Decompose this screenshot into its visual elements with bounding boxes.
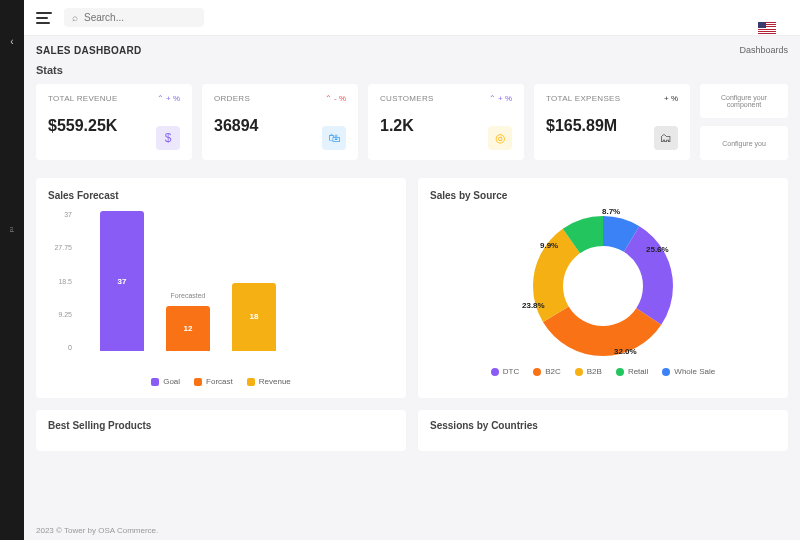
- bar: 12: [166, 306, 210, 351]
- top-bar: ⌕: [24, 0, 800, 36]
- sidebar-rail: ‹ rd: [0, 0, 24, 540]
- donut-chart: 8.7%25.6%32.0%23.8%9.9% DTCB2CB2BRetailW…: [430, 211, 776, 376]
- donut-slice-label: 25.6%: [646, 245, 669, 254]
- search-input[interactable]: [84, 12, 196, 23]
- stat-trend: ⌃ - %: [325, 94, 346, 103]
- sidebar-hint: rd: [9, 227, 15, 232]
- card-title: Sessions by Countries: [430, 420, 776, 431]
- menu-icon[interactable]: [36, 12, 52, 24]
- legend-item-forecast: Forcast: [194, 377, 233, 386]
- bar-chart: 37 27.75 18.5 9.25 0 37Forecasted1218: [74, 211, 384, 371]
- forecast-annotation: Forecasted: [170, 292, 205, 299]
- donut-slice-label: 32.0%: [614, 347, 637, 356]
- wallet-icon: 🗂: [654, 126, 678, 150]
- search-box[interactable]: ⌕: [64, 8, 204, 27]
- source-legend: DTCB2CB2BRetailWhole Sale: [491, 367, 716, 376]
- config-column: Configure your component Configure you: [700, 84, 788, 160]
- flag-icon[interactable]: [758, 22, 776, 34]
- bar: 18: [232, 283, 276, 351]
- stats-header: Stats: [36, 64, 788, 76]
- stats-row: TOTAL REVENUE ⌃ + % $559.25K $ ORDERS ⌃ …: [36, 84, 788, 160]
- stat-card-customers: CUSTOMERS ⌃ + % 1.2K ◎: [368, 84, 524, 160]
- bottom-row: Best Selling Products Sessions by Countr…: [36, 410, 788, 451]
- stat-trend: ⌃ + %: [157, 94, 180, 103]
- forecast-chart-card: Sales Forecast 37 27.75 18.5 9.25 0 37Fo…: [36, 178, 406, 398]
- breadcrumb[interactable]: Dashboards: [739, 45, 788, 55]
- charts-row: Sales Forecast 37 27.75 18.5 9.25 0 37Fo…: [36, 178, 788, 398]
- chevron-left-icon[interactable]: ‹: [10, 36, 13, 47]
- sessions-card: Sessions by Countries: [418, 410, 788, 451]
- donut-slice-label: 9.9%: [540, 241, 558, 250]
- page-title: SALES DASHBOARD: [36, 45, 142, 56]
- legend-item-revenue: Revenue: [247, 377, 291, 386]
- bag-icon: 🛍: [322, 126, 346, 150]
- footer: 2023 © Tower by OSA Commerce.: [24, 520, 800, 540]
- stat-label: TOTAL EXPENSES: [546, 94, 678, 103]
- bars: 37Forecasted1218: [82, 211, 384, 351]
- title-bar: SALES DASHBOARD Dashboards: [24, 36, 800, 64]
- search-icon: ⌕: [72, 12, 78, 23]
- donut-slice-label: 8.7%: [602, 207, 620, 216]
- legend-item: DTC: [491, 367, 519, 376]
- donut-slice-label: 23.8%: [522, 301, 545, 310]
- legend-item-goal: Goal: [151, 377, 180, 386]
- legend-item: Whole Sale: [662, 367, 715, 376]
- source-chart-card: Sales by Source 8.7%25.6%32.0%23.8%9.9% …: [418, 178, 788, 398]
- chart-title: Sales Forecast: [48, 190, 394, 201]
- chart-title: Sales by Source: [430, 190, 776, 201]
- legend-item: Retail: [616, 367, 648, 376]
- bar-wrap: Forecasted12: [166, 306, 210, 351]
- stat-trend: ⌃ + %: [489, 94, 512, 103]
- config-box[interactable]: Configure you: [700, 126, 788, 160]
- best-selling-card: Best Selling Products: [36, 410, 406, 451]
- stat-card-revenue: TOTAL REVENUE ⌃ + % $559.25K $: [36, 84, 192, 160]
- content: Stats TOTAL REVENUE ⌃ + % $559.25K $ ORD…: [24, 64, 800, 520]
- y-axis: 37 27.75 18.5 9.25 0: [50, 211, 72, 351]
- donut: 8.7%25.6%32.0%23.8%9.9%: [528, 211, 678, 361]
- stat-card-orders: ORDERS ⌃ - % 36894 🛍: [202, 84, 358, 160]
- forecast-legend: Goal Forcast Revenue: [48, 377, 394, 386]
- user-icon: ◎: [488, 126, 512, 150]
- stat-trend: + %: [664, 94, 678, 103]
- legend-item: B2C: [533, 367, 561, 376]
- bar-wrap: 18: [232, 283, 276, 351]
- dollar-icon: $: [156, 126, 180, 150]
- card-title: Best Selling Products: [48, 420, 394, 431]
- config-box[interactable]: Configure your component: [700, 84, 788, 118]
- stat-card-expenses: TOTAL EXPENSES + % $165.89M 🗂: [534, 84, 690, 160]
- bar: 37: [100, 211, 144, 351]
- legend-item: B2B: [575, 367, 602, 376]
- bar-wrap: 37: [100, 211, 144, 351]
